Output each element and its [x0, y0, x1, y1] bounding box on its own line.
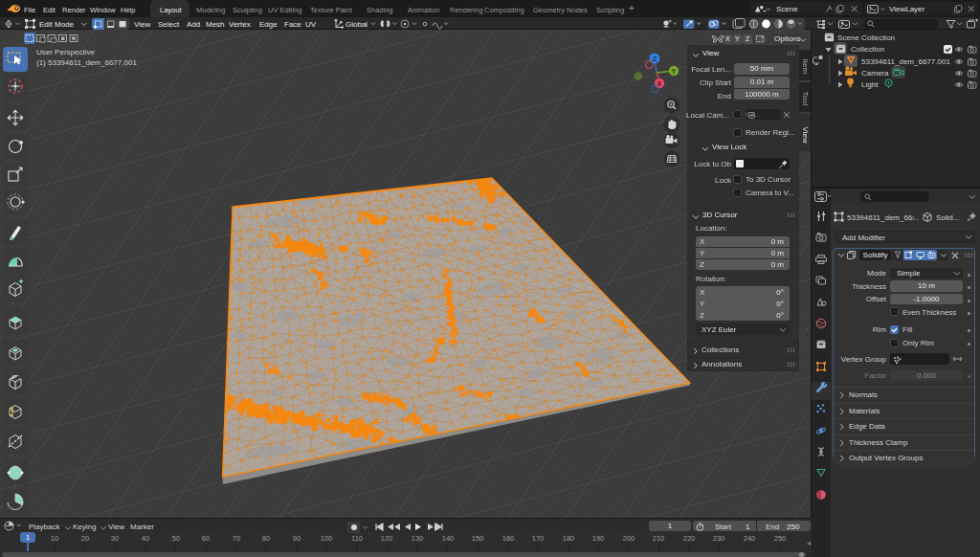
svg-text:Z: Z — [653, 56, 657, 62]
